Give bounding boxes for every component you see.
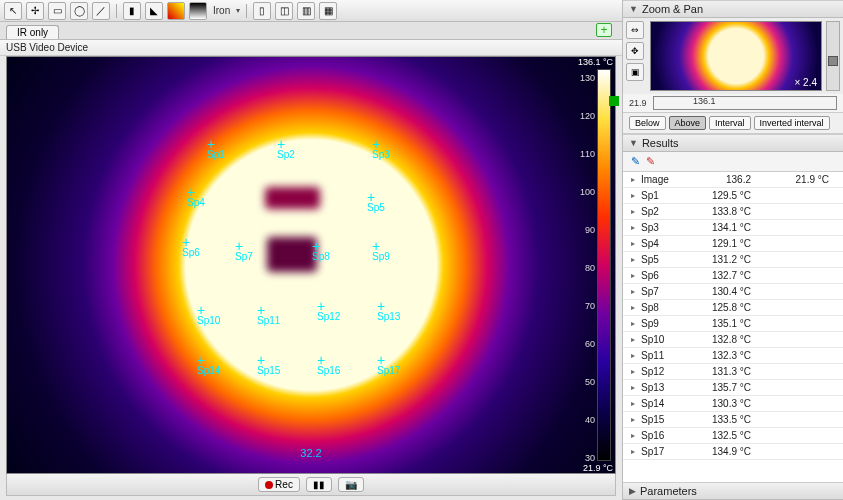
result-row[interactable]: ▸Sp9135.1 °C bbox=[623, 316, 843, 332]
crosshair-tool-icon[interactable]: ✢ bbox=[26, 2, 44, 20]
result-name: Sp11 bbox=[641, 350, 703, 361]
clip-above-button[interactable]: Above bbox=[669, 116, 707, 130]
results-title: Results bbox=[642, 137, 679, 149]
record-dot-icon bbox=[265, 481, 273, 489]
result-row[interactable]: ▸Sp10132.8 °C bbox=[623, 332, 843, 348]
zoom-slider-handle[interactable] bbox=[828, 56, 838, 66]
result-value: 132.3 °C bbox=[703, 350, 751, 361]
clip-inverted-button[interactable]: Inverted interval bbox=[754, 116, 830, 130]
result-value: 131.3 °C bbox=[703, 366, 751, 377]
result-row[interactable]: ▸Sp16132.5 °C bbox=[623, 428, 843, 444]
result-row[interactable]: ▸Sp2133.8 °C bbox=[623, 204, 843, 220]
colorbar-ticks: 13012011010090807060504030 bbox=[577, 67, 595, 463]
colorbar-tick: 90 bbox=[573, 225, 595, 235]
main-toolbar: ↖ ✢ ▭ ◯ ／ ▮ ◣ Iron ▾ ▯ ◫ ▥ ▦ bbox=[0, 0, 622, 22]
histogram-icon[interactable]: ▮ bbox=[123, 2, 141, 20]
expand-triangle-icon[interactable]: ▸ bbox=[631, 255, 641, 264]
record-button[interactable]: Rec bbox=[258, 477, 300, 492]
result-row[interactable]: ▸Sp8125.8 °C bbox=[623, 300, 843, 316]
result-row[interactable]: ▸Sp12131.3 °C bbox=[623, 364, 843, 380]
result-row[interactable]: ▸Sp7130.4 °C bbox=[623, 284, 843, 300]
expand-triangle-icon[interactable]: ▸ bbox=[631, 239, 641, 248]
expand-triangle-icon[interactable]: ▸ bbox=[631, 367, 641, 376]
add-tab-button[interactable]: + bbox=[596, 23, 612, 37]
device-row[interactable]: USB Video Device bbox=[0, 40, 622, 56]
expand-triangle-icon[interactable]: ▸ bbox=[631, 207, 641, 216]
colorbar-tick: 130 bbox=[573, 73, 595, 83]
expand-triangle-icon[interactable]: ▸ bbox=[631, 431, 641, 440]
add-result-icon[interactable]: ✎ bbox=[631, 155, 640, 168]
result-value: 130.4 °C bbox=[703, 286, 751, 297]
results-header[interactable]: ▼Results bbox=[623, 134, 843, 152]
result-row[interactable]: ▸Sp13135.7 °C bbox=[623, 380, 843, 396]
result-row[interactable]: ▸Sp15133.5 °C bbox=[623, 412, 843, 428]
zoom-pan-header[interactable]: ▼Zoom & Pan bbox=[623, 0, 843, 18]
layout4-icon[interactable]: ▦ bbox=[319, 2, 337, 20]
pointer-tool-icon[interactable]: ↖ bbox=[4, 2, 22, 20]
expand-triangle-icon[interactable]: ▸ bbox=[631, 383, 641, 392]
rect-tool-icon[interactable]: ▭ bbox=[48, 2, 66, 20]
ellipse-tool-icon[interactable]: ◯ bbox=[70, 2, 88, 20]
expand-triangle-icon[interactable]: ▸ bbox=[631, 191, 641, 200]
result-name: Sp8 bbox=[641, 302, 703, 313]
contrast-icon[interactable]: ◣ bbox=[145, 2, 163, 20]
colorbar-max-label: 136.1 °C bbox=[578, 57, 613, 67]
layout1-icon[interactable]: ▯ bbox=[253, 2, 271, 20]
clip-interval-button[interactable]: Interval bbox=[709, 116, 751, 130]
expand-triangle-icon[interactable]: ▸ bbox=[631, 415, 641, 424]
expand-triangle-icon[interactable]: ▸ bbox=[631, 447, 641, 456]
zoom-pan-panel: ⇔ ✥ ▣ × 2.4 bbox=[623, 18, 843, 94]
result-row[interactable]: ▸Sp5131.2 °C bbox=[623, 252, 843, 268]
result-value: 134.1 °C bbox=[703, 222, 751, 233]
clip-mode-row: Below Above Interval Inverted interval bbox=[623, 113, 843, 134]
palette-swap-icon[interactable] bbox=[167, 2, 185, 20]
result-name: Sp3 bbox=[641, 222, 703, 233]
thermal-viewer[interactable]: 32.2 +Sp1+Sp2+Sp3+Sp4+Sp5+Sp6+Sp7+Sp8+Sp… bbox=[6, 56, 616, 474]
layout2-icon[interactable]: ◫ bbox=[275, 2, 293, 20]
tab-ir-only[interactable]: IR only bbox=[6, 25, 59, 39]
pause-button[interactable]: ▮▮ bbox=[306, 477, 332, 492]
zoom-slider[interactable] bbox=[826, 21, 840, 91]
parameters-title: Parameters bbox=[640, 485, 697, 497]
result-row[interactable]: ▸Sp14130.3 °C bbox=[623, 396, 843, 412]
colorbar-tick: 30 bbox=[573, 453, 595, 463]
result-row[interactable]: ▸Sp6132.7 °C bbox=[623, 268, 843, 284]
result-row[interactable]: ▸Sp11132.3 °C bbox=[623, 348, 843, 364]
expand-triangle-icon[interactable]: ▸ bbox=[631, 271, 641, 280]
chart-result-icon[interactable]: ✎ bbox=[646, 155, 655, 168]
line-tool-icon[interactable]: ／ bbox=[92, 2, 110, 20]
colorbar-tick: 60 bbox=[573, 339, 595, 349]
result-row[interactable]: ▸Sp4129.1 °C bbox=[623, 236, 843, 252]
results-header-row[interactable]: ▸ Image 136.2 21.9 °C bbox=[623, 172, 843, 188]
dropdown-chevron-icon[interactable]: ▾ bbox=[236, 6, 240, 15]
expand-triangle-icon[interactable]: ▸ bbox=[631, 399, 641, 408]
snapshot-button[interactable]: 📷 bbox=[338, 477, 364, 492]
expand-triangle-icon[interactable]: ▸ bbox=[631, 351, 641, 360]
expand-triangle-icon[interactable]: ▸ bbox=[631, 175, 641, 184]
fit-width-icon[interactable]: ⇔ bbox=[626, 21, 644, 39]
pause-icon: ▮▮ bbox=[313, 479, 325, 490]
expand-triangle-icon[interactable]: ▸ bbox=[631, 223, 641, 232]
clip-below-button[interactable]: Below bbox=[629, 116, 666, 130]
layout3-icon[interactable]: ▥ bbox=[297, 2, 315, 20]
expand-triangle-icon[interactable]: ▸ bbox=[631, 303, 641, 312]
fit-all-icon[interactable]: ✥ bbox=[626, 42, 644, 60]
expand-triangle-icon[interactable]: ▸ bbox=[631, 287, 641, 296]
expand-triangle-icon[interactable]: ▸ bbox=[631, 319, 641, 328]
auto-range-icon[interactable] bbox=[609, 96, 619, 106]
results-list[interactable]: ▸ Image 136.2 21.9 °C ▸Sp1129.5 °C▸Sp213… bbox=[623, 172, 843, 482]
parameters-header[interactable]: ▶Parameters bbox=[623, 482, 843, 500]
expand-triangle-icon[interactable]: ▸ bbox=[631, 335, 641, 344]
result-name: Sp14 bbox=[641, 398, 703, 409]
center-cold-readout: 32.2 bbox=[300, 447, 321, 459]
colorbar[interactable] bbox=[597, 69, 611, 461]
result-row[interactable]: ▸Sp1129.5 °C bbox=[623, 188, 843, 204]
range-slider[interactable] bbox=[653, 96, 837, 110]
actual-size-icon[interactable]: ▣ bbox=[626, 63, 644, 81]
result-value: 129.5 °C bbox=[703, 190, 751, 201]
result-row[interactable]: ▸Sp17134.9 °C bbox=[623, 444, 843, 460]
zoom-thumbnail[interactable]: × 2.4 bbox=[650, 21, 822, 91]
result-row[interactable]: ▸Sp3134.1 °C bbox=[623, 220, 843, 236]
palette-menu-icon[interactable] bbox=[189, 2, 207, 20]
result-value: 132.5 °C bbox=[703, 430, 751, 441]
